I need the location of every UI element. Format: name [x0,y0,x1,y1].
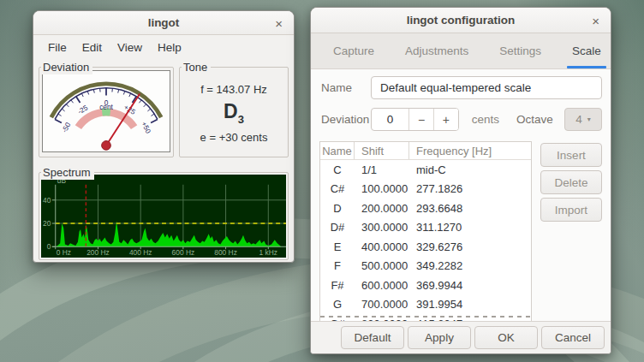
table-actions: Insert Delete Import [540,141,602,323]
table-cell: 349.2282 [409,259,531,272]
octave-value: 4 [575,113,582,126]
gauge-tick [58,114,62,116]
table-cell: 311.1270 [409,221,531,234]
gauge-tick [123,91,124,94]
table-cell: 1/1 [355,163,409,176]
gauge-labels: -50-250+25+50cent [61,99,152,135]
apply-button[interactable]: Apply [408,326,471,349]
table-cell: 300.0000 [355,221,409,234]
y-tick-label: 0 [47,242,51,251]
deviation-frame: Deviation -50-250+25+50cent [39,67,174,157]
menu-help[interactable]: Help [150,39,189,56]
default-button[interactable]: Default [341,326,404,349]
tab-adjustments[interactable]: Adjustments [395,33,479,68]
deviation-spinbox: 0 − + [371,108,459,131]
tone-frame: Tone f = 143.07 Hz D3 e = +30 cents [179,67,289,157]
gauge-tick [66,104,69,107]
table-cell: 329.6276 [409,240,531,253]
error-readout: e = +30 cents [180,131,288,144]
col-header-frequency[interactable]: Frequency [Hz] [409,142,531,159]
spectrum-curve [56,221,281,246]
ok-button[interactable]: OK [474,326,538,349]
menu-file[interactable]: File [40,39,75,56]
table-row[interactable]: D200.0000293.6648 [320,199,531,218]
scale-table-body: C1/1mid-CC#100.0000277.1826D200.0000293.… [320,160,531,323]
deviation-value[interactable]: 0 [372,109,408,130]
minus-button[interactable]: − [408,109,433,130]
table-row[interactable]: E400.0000329.6276 [320,237,531,257]
note-octave: 3 [238,113,244,126]
table-cell: F [320,259,355,272]
gauge-tick-label: +50 [140,121,152,135]
table-row[interactable]: D#300.0000311.1270 [320,218,531,238]
dialog-action-bar: Default Apply OK Cancel [311,321,611,353]
gauge-unit-label: cent [99,104,113,111]
table-cell: 600.0000 [355,279,409,292]
tab-settings[interactable]: Settings [489,33,552,68]
menu-view[interactable]: View [110,39,150,56]
plus-button[interactable]: + [433,109,458,130]
scale-note-table[interactable]: Name Shift Frequency [Hz] C1/1mid-CC#100… [319,141,532,323]
gauge-tick [62,109,64,111]
chevron-down-icon: ▾ [587,116,591,123]
gauge-pivot [102,141,111,151]
table-row[interactable]: C#100.0000277.1826 [320,180,531,199]
config-titlebar[interactable]: lingot configuration × [311,8,611,33]
table-cell: 293.6648 [409,202,531,215]
table-cell: D# [320,221,355,234]
gauge-tick [55,119,62,122]
gauge-tick [93,89,94,92]
cents-unit-label: cents [472,113,499,126]
octave-dropdown[interactable]: 4 ▾ [564,108,602,131]
lingot-main-window: lingot × File Edit View Help Deviation -… [33,10,295,263]
table-cell: 200.0000 [355,202,409,215]
table-cell: G [320,298,355,311]
x-tick-label: 1 kHz [259,248,277,257]
note-letter: D [224,100,238,122]
gauge-tick [71,100,74,103]
gauge-tick [87,91,88,94]
table-cell: mid-C [409,163,531,176]
close-icon[interactable]: × [588,12,603,28]
scroll-undershoot-indicator [320,316,531,317]
main-titlebar[interactable]: lingot × [33,11,294,35]
x-tick-label: 800 Hz [214,248,237,257]
col-header-shift[interactable]: Shift [355,142,409,159]
import-button[interactable]: Import [540,198,602,222]
lingot-config-window: lingot configuration × Capture Adjustmen… [310,7,611,354]
table-cell: C [320,163,355,176]
scale-name-input[interactable] [371,76,602,99]
table-cell: 277.1826 [409,182,531,195]
config-tabbar: Capture Adjustments Settings Scale [311,33,611,69]
table-cell: C# [320,182,355,195]
table-cell: 700.0000 [355,298,409,311]
main-window-title: lingot [148,16,180,29]
menu-edit[interactable]: Edit [75,39,110,56]
gauge-tick-label: -50 [61,121,73,134]
table-row[interactable]: C1/1mid-C [320,160,531,180]
delete-button[interactable]: Delete [540,170,602,194]
table-cell: 391.9954 [409,298,531,311]
gauge-tick [81,93,83,97]
config-window-title: lingot configuration [407,14,516,27]
x-tick-label: 400 Hz [129,248,152,257]
gauge-tick [118,89,119,92]
x-tick-label: 600 Hz [172,248,195,257]
table-row[interactable]: F500.0000349.2282 [320,257,531,276]
note-readout: D3 [180,100,288,126]
table-cell: D [320,202,355,215]
gauge-needle-group [104,93,140,148]
cancel-button[interactable]: Cancel [541,326,605,349]
tab-scale[interactable]: Scale [562,33,611,68]
table-row[interactable]: F#600.0000369.9944 [320,276,531,295]
table-cell: F# [320,279,355,292]
close-icon[interactable]: × [271,15,286,31]
tab-capture[interactable]: Capture [323,33,385,68]
y-tick-label: 40 [43,196,51,205]
insert-button[interactable]: Insert [540,143,602,167]
col-header-name[interactable]: Name [320,142,355,159]
table-row[interactable]: G700.0000391.9954 [320,295,531,315]
gauge-tick [76,97,80,103]
gauge-tick [129,93,131,97]
octave-label: Octave [516,113,553,126]
